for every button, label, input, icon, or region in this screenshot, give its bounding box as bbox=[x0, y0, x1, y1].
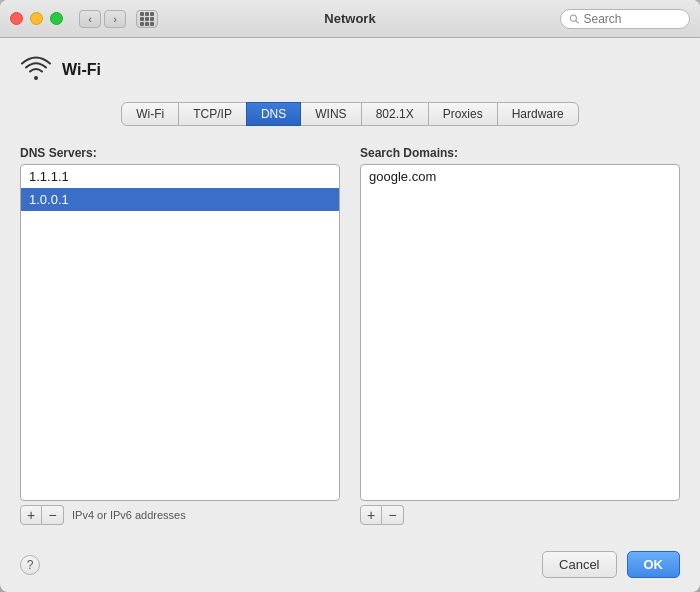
nav-buttons: ‹ › bbox=[79, 10, 126, 28]
grid-icon bbox=[140, 12, 154, 26]
window-title: Network bbox=[324, 11, 375, 26]
search-icon bbox=[569, 13, 579, 25]
grid-button[interactable] bbox=[136, 10, 158, 28]
close-button[interactable] bbox=[10, 12, 23, 25]
dns-remove-button[interactable]: − bbox=[42, 505, 64, 525]
search-domains-controls: + − bbox=[360, 505, 680, 525]
tab-bar: Wi-Fi TCP/IP DNS WINS 802.1X Proxies Har… bbox=[20, 102, 680, 126]
content-area: Wi-Fi Wi-Fi TCP/IP DNS WINS 802.1X Proxi… bbox=[0, 38, 700, 541]
maximize-button[interactable] bbox=[50, 12, 63, 25]
svg-point-0 bbox=[570, 15, 576, 21]
wifi-header: Wi-Fi bbox=[20, 54, 680, 86]
main-window: ‹ › Network bbox=[0, 0, 700, 592]
search-domains-section: Search Domains: google.com + − bbox=[360, 146, 680, 525]
dns-servers-list[interactable]: 1.1.1.1 1.0.0.1 bbox=[20, 164, 340, 501]
search-domain-item-0[interactable]: google.com bbox=[361, 165, 679, 188]
tab-dns[interactable]: DNS bbox=[246, 102, 301, 126]
tab-hardware[interactable]: Hardware bbox=[497, 102, 579, 126]
tab-wifi[interactable]: Wi-Fi bbox=[121, 102, 179, 126]
dns-servers-label: DNS Servers: bbox=[20, 146, 340, 160]
tab-tcpip[interactable]: TCP/IP bbox=[178, 102, 247, 126]
dns-item-1[interactable]: 1.0.0.1 bbox=[21, 188, 339, 211]
help-button[interactable]: ? bbox=[20, 555, 40, 575]
dns-list-controls: + − IPv4 or IPv6 addresses bbox=[20, 505, 340, 525]
search-domain-add-button[interactable]: + bbox=[360, 505, 382, 525]
svg-line-1 bbox=[576, 20, 579, 23]
dns-add-button[interactable]: + bbox=[20, 505, 42, 525]
search-domains-label: Search Domains: bbox=[360, 146, 680, 160]
panel-area: DNS Servers: 1.1.1.1 1.0.0.1 + − IPv4 or… bbox=[20, 146, 680, 525]
dns-hint: IPv4 or IPv6 addresses bbox=[72, 509, 186, 521]
window-controls bbox=[10, 12, 63, 25]
search-bar[interactable] bbox=[560, 9, 690, 29]
back-button[interactable]: ‹ bbox=[79, 10, 101, 28]
tab-proxies[interactable]: Proxies bbox=[428, 102, 498, 126]
dns-item-0[interactable]: 1.1.1.1 bbox=[21, 165, 339, 188]
tab-8021x[interactable]: 802.1X bbox=[361, 102, 429, 126]
dns-servers-section: DNS Servers: 1.1.1.1 1.0.0.1 + − IPv4 or… bbox=[20, 146, 340, 525]
wifi-label: Wi-Fi bbox=[62, 61, 101, 79]
minimize-button[interactable] bbox=[30, 12, 43, 25]
cancel-button[interactable]: Cancel bbox=[542, 551, 616, 578]
wifi-icon bbox=[20, 54, 52, 86]
ok-button[interactable]: OK bbox=[627, 551, 681, 578]
forward-button[interactable]: › bbox=[104, 10, 126, 28]
action-buttons: Cancel OK bbox=[542, 551, 680, 578]
search-input[interactable] bbox=[583, 12, 681, 26]
titlebar: ‹ › Network bbox=[0, 0, 700, 38]
bottom-bar: ? Cancel OK bbox=[0, 541, 700, 592]
search-domains-list[interactable]: google.com bbox=[360, 164, 680, 501]
search-domain-remove-button[interactable]: − bbox=[382, 505, 404, 525]
tab-wins[interactable]: WINS bbox=[300, 102, 361, 126]
